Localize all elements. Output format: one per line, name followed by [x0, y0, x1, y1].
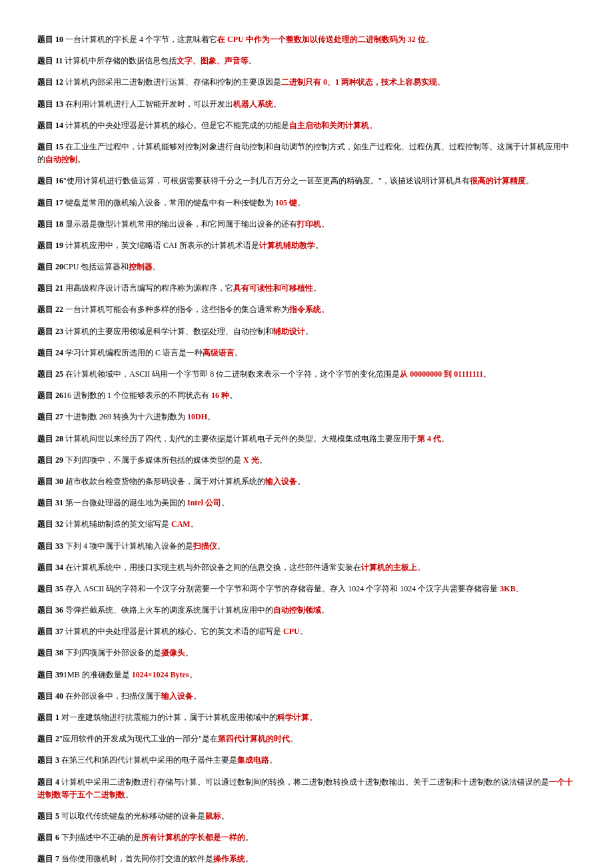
question-suffix: 。 — [526, 176, 534, 185]
question-label: 题目 19 — [37, 241, 63, 250]
question-label: 题目 36 — [37, 605, 63, 615]
answer-text: 控制器 — [129, 262, 153, 271]
question-label: 题目 16 — [37, 176, 63, 185]
question-suffix: 。 — [229, 391, 237, 400]
question-item: 题目 31 第一台微处理器的诞生地为美国的 Intel 公司。 — [37, 497, 576, 509]
answer-text: 打印机 — [297, 219, 321, 229]
answer-text: 集成电路 — [237, 755, 269, 765]
question-label: 题目 14 — [37, 121, 63, 130]
answer-text: 第四代计算机的时代 — [218, 734, 290, 743]
answer-text: 所有计算机的字长都是一样的 — [141, 833, 245, 842]
question-suffix: 。 — [269, 755, 277, 765]
question-text: 一台计算机的字长是 4 个字节，这意味着它 — [63, 35, 217, 44]
question-text: 下列 4 项中属于计算机输入设备的是 — [63, 541, 193, 551]
question-label: 题目 6 — [37, 833, 59, 842]
answer-text: Intel 公司 — [185, 498, 221, 507]
question-item: 题目 23 计算机的主要应用领域是科学计算、数据处理、自动控制和辅助设计。 — [37, 325, 576, 338]
question-label: 题目 2 — [37, 734, 59, 743]
question-label: 题目 39 — [37, 670, 63, 679]
answer-text: 自动控制领域 — [273, 605, 321, 615]
question-item: 题目 12 计算机内部采用二进制数进行运算、存储和控制的主要原因是二进制只有 0… — [37, 76, 576, 89]
answer-text: 计算机辅助教学 — [259, 241, 315, 250]
question-item: 题目 27 十进制数 269 转换为十六进制数为 10DH。 — [37, 411, 576, 423]
question-item: 题目 15 在工业生产过程中，计算机能够对控制对象进行自动控制和自动调节的控制方… — [37, 141, 576, 166]
question-item: 题目 10 一台计算机的字长是 4 个字节，这意味着它在 CPU 中作为一个整数… — [37, 33, 576, 46]
answer-text: 具有可读性和可移植性 — [233, 283, 313, 293]
question-item: 题目 11 计算机中所存储的数据信息包括文字、图象、声音等。 — [37, 55, 576, 67]
question-text: "使用计算机进行数值运算，可根据需要获得千分之一到几百万分之一甚至更高的精确度。… — [63, 176, 470, 185]
answer-text: 文字、图象、声音等 — [177, 56, 249, 65]
question-label: 题目 31 — [37, 498, 63, 507]
question-suffix: 。 — [207, 412, 215, 421]
question-text: 超市收款台检查货物的条形码设备，属于对计算机系统的 — [63, 477, 265, 486]
question-label: 题目 23 — [37, 327, 63, 336]
question-text: 在利用计算机进行人工智能开发时，可以开发出 — [63, 99, 233, 109]
question-item: 题目 19 计算机应用中，英文缩略语 CAI 所表示的计算机术语是计算机辅助教学… — [37, 239, 576, 252]
answer-text: 从 00000000 到 01111111 — [400, 369, 483, 379]
question-item: 题目 1 对一座建筑物进行抗震能力的计算，属于计算机应用领域中的科学计算。 — [37, 711, 576, 724]
question-item: 题目 33 下列 4 项中属于计算机输入设备的是扫描仪。 — [37, 540, 576, 553]
question-item: 题目 22 一台计算机可能会有多种多样的指令，这些指令的集合通常称为指令系统。 — [37, 303, 576, 316]
question-label: 题目 18 — [37, 219, 63, 229]
answer-text: 扫描仪 — [193, 541, 217, 551]
question-label: 题目 38 — [37, 648, 63, 657]
answer-text: 摄像头 — [161, 648, 185, 657]
question-suffix: 。 — [221, 498, 229, 507]
question-label: 题目 26 — [37, 391, 63, 400]
question-item: 题目 34 在计算机系统中，用接口实现主机与外部设备之间的信息交换，这些部件通常… — [37, 561, 576, 574]
question-suffix: 。 — [153, 262, 161, 271]
answer-text: 自动控制 — [45, 155, 77, 164]
question-item: 题目 6 下列描述中不正确的是所有计算机的字长都是一样的。 — [37, 831, 576, 844]
question-label: 题目 37 — [37, 627, 63, 636]
question-item: 题目 30 超市收款台检查货物的条形码设备，属于对计算机系统的输入设备。 — [37, 475, 576, 488]
question-suffix: 。 — [185, 648, 193, 657]
answer-text: 指令系统 — [289, 305, 321, 314]
question-suffix: 。 — [300, 627, 308, 636]
question-suffix: 。 — [417, 563, 425, 572]
question-item: 题目 40 在外部设备中，扫描仪属于输入设备。 — [37, 690, 576, 703]
answer-text: 鼠标 — [205, 811, 221, 821]
question-suffix: 。 — [77, 155, 85, 164]
question-text: 用高级程序设计语言编写的程序称为源程序，它 — [63, 283, 233, 293]
question-text: 可以取代传统键盘的光标移动键的设备是 — [59, 811, 205, 821]
question-text: 计算机问世以来经历了四代，划代的主要依据是计算机电子元件的类型。大规模集成电路主… — [63, 434, 417, 443]
question-item: 题目 35 存入 ASCII 码的字符和一个汉字分别需要一个字节和两个字节的存储… — [37, 583, 576, 595]
question-text: 计算机的中央处理器是计算机的核心。它的英文术语的缩写是 — [63, 627, 281, 636]
question-label: 题目 15 — [37, 142, 63, 151]
question-item: 题目 18 显示器是微型计算机常用的输出设备，和它同属于输出设备的还有打印机。 — [37, 218, 576, 231]
question-text: 存入 ASCII 码的字符和一个汉字分别需要一个字节和两个字节的存储容量。存入 … — [63, 584, 498, 593]
question-label: 题目 27 — [37, 412, 63, 421]
question-text: 当你使用微机时，首先同你打交道的软件是 — [59, 854, 213, 863]
question-item: 题目 2"应用软件的开发成为现代工业的一部分"是在第四代计算机的时代。 — [37, 733, 576, 745]
question-suffix: 。 — [369, 121, 377, 130]
answer-text: 操作系统 — [213, 854, 245, 863]
answer-text: 第 4 代 — [417, 434, 441, 443]
question-text: 计算机中所存储的数据信息包括 — [63, 56, 177, 65]
question-text: 第一台微处理器的诞生地为美国的 — [63, 498, 185, 507]
question-suffix: 。 — [313, 283, 321, 293]
question-label: 题目 12 — [37, 77, 63, 87]
question-suffix: 。 — [249, 56, 257, 65]
question-item: 题目 29 下列四项中，不属于多媒体所包括的媒体类型的是 X 光。 — [37, 454, 576, 467]
question-text: 显示器是微型计算机常用的输出设备，和它同属于输出设备的还有 — [63, 219, 297, 229]
question-label: 题目 13 — [37, 99, 63, 109]
question-suffix: 。 — [321, 605, 329, 615]
question-text: 1MB 的准确数量是 — [63, 670, 130, 679]
answer-text: CPU — [281, 627, 300, 636]
question-text: "应用软件的开发成为现代工业的一部分"是在 — [59, 734, 218, 743]
question-text: 在第三代和第四代计算机中采用的电子器件主要是 — [59, 755, 237, 765]
question-item: 题目 21 用高级程序设计语言编写的程序称为源程序，它具有可读性和可移植性。 — [37, 282, 576, 295]
question-text: 在外部设备中，扫描仪属于 — [63, 691, 161, 701]
question-item: 题目 16"使用计算机进行数值运算，可根据需要获得千分之一到几百万分之一甚至更高… — [37, 175, 576, 187]
question-label: 题目 25 — [37, 369, 63, 379]
question-item: 题目 17 键盘是常用的微机输入设备，常用的键盘中有一种按键数为 105 键。 — [37, 197, 576, 209]
question-item: 题目 3 在第三代和第四代计算机中采用的电子器件主要是集成电路。 — [37, 754, 576, 767]
answer-text: 3KB — [498, 584, 515, 593]
question-suffix: 。 — [516, 584, 524, 593]
answer-text: 输入设备 — [161, 691, 193, 701]
question-suffix: 。 — [235, 348, 243, 357]
question-suffix: 。 — [297, 198, 305, 207]
question-suffix: 。 — [193, 691, 201, 701]
question-suffix: 。 — [305, 327, 313, 336]
question-text: 16 进制数的 1 个位能够表示的不同状态有 — [63, 391, 209, 400]
